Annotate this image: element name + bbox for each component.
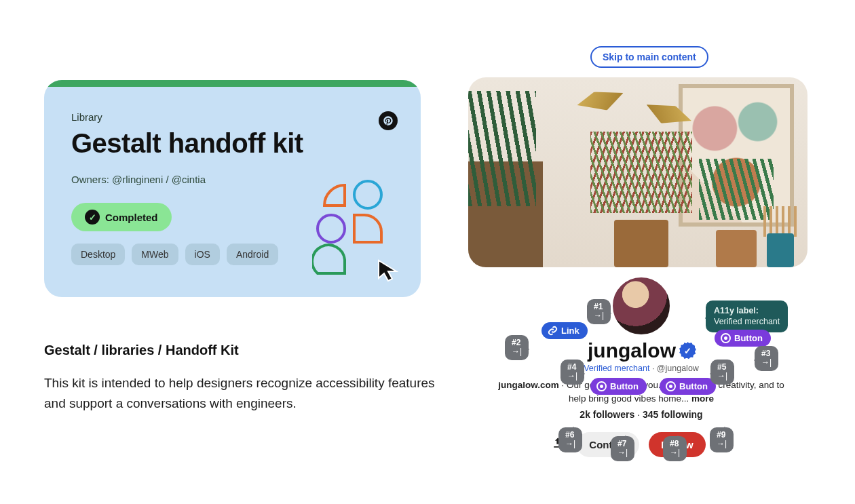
profile-actions: Contact Follow ••• bbox=[468, 432, 814, 457]
taborder-anno-1: #1→| bbox=[587, 299, 611, 324]
followers-count[interactable]: 2k followers bbox=[580, 409, 634, 420]
skip-link[interactable]: Skip to main content bbox=[590, 46, 708, 68]
follow-counts: 2k followers · 345 following bbox=[468, 409, 814, 420]
pinterest-icon bbox=[379, 111, 398, 130]
annotation-button-pill: Button bbox=[660, 378, 716, 395]
radio-icon bbox=[666, 381, 676, 391]
card-eyebrow: Library bbox=[71, 111, 394, 123]
profile-name: jungalow bbox=[588, 339, 676, 362]
taborder-anno-8: #8→| bbox=[663, 436, 687, 461]
a11y-title: A11y label: bbox=[714, 305, 780, 316]
card-accent-bar bbox=[44, 80, 421, 87]
radio-icon bbox=[596, 381, 607, 391]
profile-handle: @jungalow bbox=[657, 364, 699, 373]
a11y-tooltip: A11y label: Verified merchant bbox=[706, 301, 788, 332]
description-block: Gestalt / libraries / Handoff Kit This k… bbox=[44, 343, 444, 414]
profile-preview: Skip to main content jungalow ✓ Verified… bbox=[468, 46, 814, 267]
tag-android: Android bbox=[227, 244, 278, 265]
tag-desktop: Desktop bbox=[71, 244, 125, 265]
svg-point-0 bbox=[354, 181, 381, 208]
a11y-body: Verified merchant bbox=[714, 317, 780, 326]
verified-badge-icon: ✓ bbox=[680, 343, 695, 358]
card-title: Gestalt handoff kit bbox=[71, 128, 394, 159]
brushpot-decor bbox=[760, 206, 801, 267]
description-body: This kit is intended to help designers r… bbox=[44, 373, 444, 414]
following-count[interactable]: 345 following bbox=[643, 409, 703, 420]
handoff-card: Library Gestalt handoff kit Owners: @rli… bbox=[44, 80, 421, 297]
check-circle-icon: ✓ bbox=[85, 210, 100, 225]
taborder-anno-4: #4→| bbox=[560, 360, 584, 385]
taborder-anno-6: #6→| bbox=[558, 427, 582, 452]
verified-text: Verified merchant bbox=[584, 364, 649, 373]
status-label: Completed bbox=[105, 212, 158, 223]
annotation-link-pill: Link bbox=[542, 322, 588, 339]
taborder-anno-9: #9→| bbox=[710, 427, 734, 452]
annotation-button-pill: Button bbox=[715, 330, 771, 347]
svg-marker-2 bbox=[379, 260, 396, 281]
status-pill: ✓ Completed bbox=[71, 203, 172, 231]
taborder-anno-5: #5→| bbox=[710, 360, 734, 385]
tag-ios: iOS bbox=[185, 244, 220, 265]
gold-bird-decor bbox=[575, 87, 626, 115]
taborder-anno-7: #7→| bbox=[611, 436, 634, 461]
profile-hero-image bbox=[468, 77, 808, 267]
taborder-anno-2: #2→| bbox=[505, 335, 529, 360]
cursor-icon bbox=[376, 258, 402, 284]
breadcrumb: Gestalt / libraries / Handoff Kit bbox=[44, 343, 444, 358]
avatar[interactable] bbox=[609, 274, 673, 338]
bio-site[interactable]: jungalow.com bbox=[498, 380, 559, 390]
tag-mweb: MWeb bbox=[132, 244, 178, 265]
plant-decor bbox=[468, 91, 543, 267]
profile-name-row: jungalow ✓ bbox=[588, 339, 695, 362]
taborder-anno-3: #3→| bbox=[755, 346, 778, 371]
plant-decor bbox=[590, 132, 692, 267]
radio-icon bbox=[721, 333, 731, 343]
svg-point-1 bbox=[318, 215, 345, 242]
annotation-button-pill: Button bbox=[590, 378, 647, 395]
